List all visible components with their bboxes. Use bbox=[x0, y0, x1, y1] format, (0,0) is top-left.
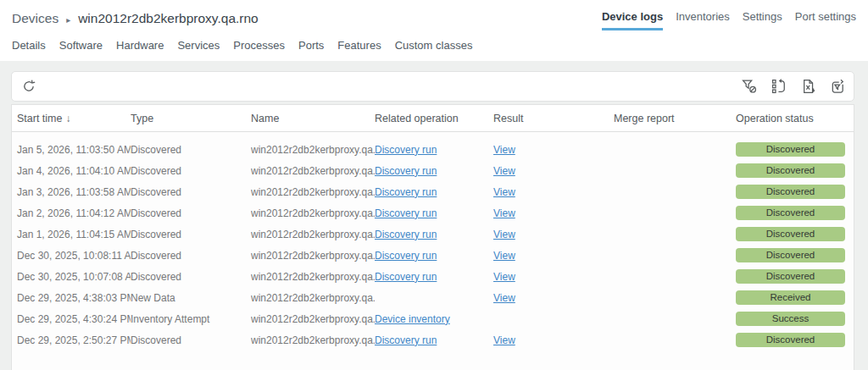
cell-name: win2012r2db2kerbproxy.qa.r... bbox=[251, 313, 375, 325]
breadcrumb-root[interactable]: Devices bbox=[12, 11, 58, 26]
column-chooser-icon[interactable] bbox=[771, 79, 787, 94]
table-row: Dec 30, 2025, 10:07:08 AM Discovered win… bbox=[12, 266, 854, 287]
view-result-link[interactable]: View bbox=[493, 271, 515, 283]
cell-start-time: Jan 1, 2026, 11:04:15 AM bbox=[12, 229, 131, 240]
subtab-details[interactable]: Details bbox=[12, 39, 46, 52]
table-row: Dec 29, 2025, 2:50:27 PM Discovered win2… bbox=[12, 329, 854, 351]
cell-start-time: Jan 4, 2026, 11:04:10 AM bbox=[12, 165, 131, 177]
view-result-link[interactable]: View bbox=[493, 229, 515, 240]
clear-filter-icon[interactable] bbox=[742, 79, 757, 94]
cell-related-operation: Discovery run bbox=[375, 207, 493, 219]
cell-type: Discovered bbox=[131, 165, 251, 177]
view-result-link[interactable]: View bbox=[493, 207, 515, 219]
cell-operation-status: Discovered bbox=[736, 206, 854, 220]
related-operation-link[interactable]: Discovery run bbox=[375, 186, 437, 198]
subtab-custom-classes[interactable]: Custom classes bbox=[395, 39, 473, 52]
cell-type: Discovered bbox=[131, 334, 251, 346]
column-header-label: Merge report bbox=[614, 113, 675, 124]
operation-status-badge: Received bbox=[736, 290, 845, 305]
cell-start-time: Dec 30, 2025, 10:08:11 AM bbox=[12, 250, 131, 262]
export-excel-icon[interactable] bbox=[801, 79, 816, 94]
cell-name: win2012r2db2kerbproxy.qa.r... bbox=[251, 165, 375, 177]
operation-status-badge: Discovered bbox=[736, 227, 845, 241]
filter-builder-icon[interactable] bbox=[831, 79, 846, 94]
column-header-related-operation[interactable]: Related operation bbox=[375, 113, 493, 124]
column-header-label: Operation status bbox=[736, 113, 814, 124]
cell-name: win2012r2db2kerbproxy.qa.r... bbox=[251, 292, 375, 304]
subtab-software[interactable]: Software bbox=[59, 39, 103, 52]
grid-toolbar bbox=[11, 71, 854, 102]
cell-related-operation: Discovery run bbox=[375, 165, 493, 177]
breadcrumb: Devices ▸ win2012r2db2kerbproxy.qa.rno bbox=[12, 11, 259, 26]
view-result-link[interactable]: View bbox=[493, 186, 515, 198]
column-header-merge-report[interactable]: Merge report bbox=[614, 113, 736, 124]
table-row: Jan 2, 2026, 11:04:12 AM Discovered win2… bbox=[12, 202, 854, 224]
tab-device-logs[interactable]: Device logs bbox=[602, 10, 663, 30]
related-operation-link[interactable]: Discovery run bbox=[375, 207, 437, 219]
subtab-features[interactable]: Features bbox=[337, 39, 381, 52]
cell-related-operation: Discovery run bbox=[375, 271, 493, 283]
cell-type: Discovered bbox=[131, 271, 251, 283]
operation-status-badge: Discovered bbox=[736, 142, 845, 157]
view-result-link[interactable]: View bbox=[493, 165, 515, 177]
column-header-type[interactable]: Type bbox=[131, 113, 251, 124]
cell-result: View bbox=[493, 186, 614, 198]
column-header-name[interactable]: Name bbox=[251, 113, 375, 124]
view-result-link[interactable]: View bbox=[493, 144, 515, 156]
related-operation-link[interactable]: Discovery run bbox=[375, 250, 437, 262]
top-tabs: Device logsInventoriesSettingsPort setti… bbox=[602, 10, 856, 30]
table-row: Dec 30, 2025, 10:08:11 AM Discovered win… bbox=[12, 245, 854, 266]
column-header-result[interactable]: Result bbox=[493, 113, 614, 124]
column-header-label: Related operation bbox=[375, 113, 459, 124]
related-operation-link[interactable]: Discovery run bbox=[375, 144, 437, 156]
toolbar-right-icons bbox=[742, 79, 846, 94]
cell-type: Discovered bbox=[131, 229, 251, 240]
cell-operation-status: Discovered bbox=[736, 248, 854, 262]
operation-status-badge: Discovered bbox=[736, 185, 845, 199]
tab-port-settings[interactable]: Port settings bbox=[795, 10, 856, 30]
cell-related-operation: Discovery run bbox=[375, 186, 493, 198]
view-result-link[interactable]: View bbox=[493, 334, 515, 346]
cell-name: win2012r2db2kerbproxy.qa.r... bbox=[251, 207, 375, 219]
cell-start-time: Dec 29, 2025, 2:50:27 PM bbox=[12, 334, 131, 346]
operation-status-badge: Discovered bbox=[736, 333, 845, 347]
related-operation-link[interactable]: Discovery run bbox=[375, 229, 437, 240]
tab-inventories[interactable]: Inventories bbox=[676, 10, 730, 30]
cell-start-time: Dec 29, 2025, 4:38:03 PM bbox=[12, 292, 131, 304]
cell-operation-status: Discovered bbox=[736, 269, 854, 284]
subtab-processes[interactable]: Processes bbox=[233, 39, 285, 52]
table-row: Jan 5, 2026, 11:03:50 AM Discovered win2… bbox=[12, 139, 854, 160]
column-header-label: Name bbox=[251, 113, 279, 124]
subtab-services[interactable]: Services bbox=[177, 39, 220, 52]
related-operation-link[interactable]: Device inventory bbox=[375, 313, 450, 325]
cell-operation-status: Success bbox=[736, 312, 854, 326]
cell-start-time: Jan 2, 2026, 11:04:12 AM bbox=[12, 207, 131, 219]
cell-name: win2012r2db2kerbproxy.qa.r... bbox=[251, 250, 375, 262]
related-operation-link[interactable]: Discovery run bbox=[375, 271, 437, 283]
subtab-hardware[interactable]: Hardware bbox=[116, 39, 164, 52]
column-header-operation-status[interactable]: Operation status bbox=[736, 113, 854, 124]
related-operation-link[interactable]: Discovery run bbox=[375, 334, 437, 346]
operation-status-badge: Discovered bbox=[736, 163, 845, 178]
operation-status-badge: Discovered bbox=[736, 269, 845, 284]
cell-result: View bbox=[493, 334, 614, 346]
breadcrumb-separator-icon: ▸ bbox=[66, 15, 70, 25]
device-logs-grid: Start time↓TypeNameRelated operationResu… bbox=[11, 104, 854, 370]
refresh-icon[interactable] bbox=[21, 79, 36, 94]
operation-status-badge: Success bbox=[736, 312, 845, 326]
cell-related-operation: Device inventory bbox=[375, 313, 493, 325]
subtab-ports[interactable]: Ports bbox=[298, 39, 324, 52]
column-header-label: Type bbox=[131, 113, 153, 124]
column-header-label: Start time bbox=[17, 113, 63, 124]
column-header-start-time[interactable]: Start time↓ bbox=[12, 113, 131, 124]
view-result-link[interactable]: View bbox=[493, 250, 515, 262]
cell-operation-status: Discovered bbox=[736, 333, 854, 347]
tab-settings[interactable]: Settings bbox=[743, 10, 782, 30]
cell-result: View bbox=[493, 250, 614, 262]
page-header-band: Devices ▸ win2012r2db2kerbproxy.qa.rno D… bbox=[0, 0, 868, 61]
sub-tabs: DetailsSoftwareHardwareServicesProcesses… bbox=[12, 39, 472, 52]
cell-related-operation: Discovery run bbox=[375, 229, 493, 240]
view-result-link[interactable]: View bbox=[493, 292, 515, 304]
related-operation-link[interactable]: Discovery run bbox=[375, 165, 437, 177]
cell-operation-status: Discovered bbox=[736, 227, 854, 241]
